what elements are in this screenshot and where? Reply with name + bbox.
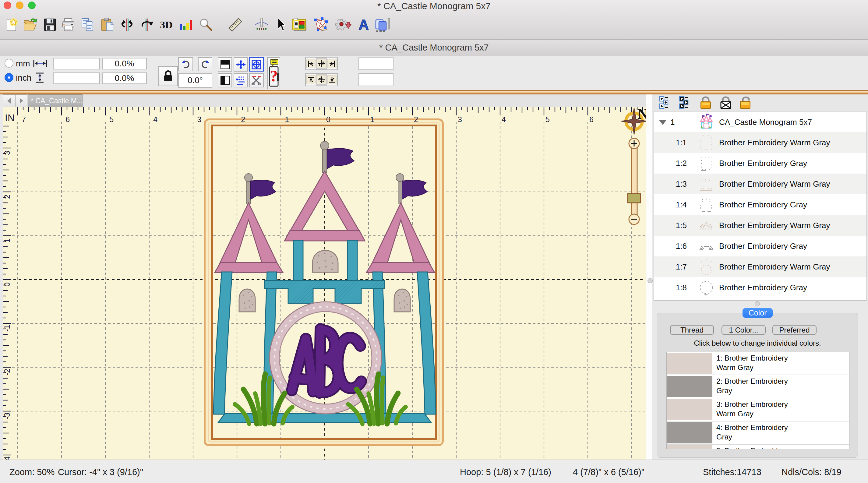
color-block-row[interactable]: 1:8 Brother Embroidery Gray (654, 277, 866, 298)
color-block-row[interactable]: 1:6 Brother Embroidery Gray (654, 236, 866, 256)
utility-gear-icon[interactable] (335, 18, 351, 32)
align-center-h-button[interactable] (316, 58, 327, 69)
measure-ruler-icon[interactable] (228, 18, 242, 32)
zoom-slider-handle[interactable] (628, 194, 641, 203)
thread-name: Brother Embroidery Gray (719, 242, 807, 251)
color-row[interactable]: 5: Brother EmbroideryWarm Gray (667, 445, 849, 449)
color-block-row[interactable]: 1:4 Brother Embroidery Gray (654, 194, 866, 215)
color-swatch (667, 353, 712, 374)
panel-splitter-handle[interactable] (648, 278, 653, 283)
color-swatch (667, 399, 712, 420)
save-icon[interactable] (43, 18, 57, 32)
active-document-tab[interactable]: * CA_Castle M... (28, 94, 83, 107)
unit-inch-radio[interactable] (5, 73, 13, 82)
width-percent-field[interactable]: 0.0% (102, 58, 147, 69)
align-right-button[interactable] (327, 58, 337, 69)
design-properties-icon[interactable] (292, 18, 308, 32)
help-button[interactable]: ? (267, 57, 280, 89)
color-row[interactable]: 1: Brother EmbroideryWarm Gray (667, 352, 849, 375)
flip-horizontal-icon[interactable] (120, 18, 134, 32)
trim-button[interactable] (249, 73, 264, 87)
svg-text:3: 3 (458, 115, 462, 124)
stitch-chart-icon[interactable] (179, 18, 193, 32)
open-icon[interactable] (23, 18, 37, 32)
group-icon[interactable] (679, 96, 692, 109)
align-top-button[interactable] (306, 74, 316, 86)
align-bottom-button[interactable] (327, 74, 337, 86)
document-title-bar: * CA_Castle Monogram 5x7 (0, 40, 868, 56)
color-row[interactable]: 2: Brother EmbroideryGray (667, 375, 849, 398)
color-tab[interactable]: Color (743, 308, 773, 318)
color-row[interactable]: 3: Brother EmbroideryWarm Gray (667, 398, 849, 421)
align-left-button[interactable] (306, 58, 316, 69)
fit-design-button[interactable] (234, 57, 248, 71)
zoom-icon[interactable] (198, 18, 213, 32)
copy-icon[interactable] (80, 18, 95, 32)
unit-mm-radio[interactable] (5, 59, 13, 68)
disclosure-triangle-icon[interactable] (659, 120, 667, 125)
select-cursor-icon[interactable] (276, 18, 285, 32)
thread-button[interactable]: Thread (670, 325, 714, 335)
design-canvas[interactable]: -7-6-5-4-3-2-101234563210-1-2-3-4IN N (3, 107, 646, 459)
rotate-right-button[interactable] (198, 57, 212, 71)
color-block-thumbnail (698, 237, 715, 255)
tab-next-button[interactable] (15, 94, 27, 107)
unlock-icon[interactable] (739, 96, 753, 109)
svg-text:-4: -4 (3, 456, 11, 459)
svg-text:1: 1 (370, 115, 374, 124)
svg-text:-6: -6 (63, 115, 70, 124)
3d-view-icon[interactable]: 3D (159, 18, 174, 32)
rotate-icon[interactable] (140, 18, 154, 32)
rotation-field[interactable]: 0.0° (178, 73, 212, 88)
position-y-field[interactable] (359, 73, 394, 86)
lettering-icon[interactable]: A (356, 18, 371, 32)
monogram-text (292, 329, 361, 393)
color-block-thumbnail (698, 196, 715, 213)
rotate-left-button[interactable] (178, 57, 193, 71)
stitch-simulator-icon[interactable] (254, 18, 269, 32)
design-name: CA_Castle Monogram 5x7 (719, 118, 812, 127)
svg-text:4: 4 (502, 115, 506, 124)
height-input[interactable] (53, 72, 100, 84)
canvas-vertical-scrollbar[interactable] (646, 94, 652, 459)
new-design-icon[interactable] (5, 18, 19, 32)
print-icon[interactable] (61, 18, 75, 32)
center-hoop-button[interactable] (249, 57, 264, 71)
color-block-thumbnail (698, 279, 715, 296)
ungroup-icon[interactable] (658, 96, 673, 109)
list-splitter-handle[interactable] (755, 301, 760, 307)
zoom-slider[interactable] (628, 138, 641, 224)
one-color-button[interactable]: 1 Color... (721, 325, 766, 335)
width-input[interactable] (53, 58, 100, 69)
color-block-row[interactable]: 1:2 Brother Embroidery Gray (654, 153, 866, 173)
design-group-row[interactable]: 1 CA_Castle Monogram (654, 112, 866, 132)
color-block-row[interactable]: 1:5 Brother Embroidery Warm Gray (654, 215, 866, 236)
zoom-slider-track[interactable] (631, 143, 637, 219)
align-center-v-button[interactable] (316, 74, 327, 86)
object-edit-icon[interactable] (313, 18, 329, 32)
color-block-row[interactable]: 1:3 Brother Embroidery Warm Gray (654, 173, 866, 194)
thread-name: Brother Embroidery Warm Gray (719, 262, 830, 272)
lock-aspect-button[interactable] (158, 66, 178, 86)
paste-icon[interactable] (100, 18, 115, 32)
color-block-row[interactable]: 1:7 Brother Embroidery Warm Gray (654, 256, 866, 277)
group-number: 1 (670, 118, 681, 127)
design-pages-icon[interactable] (375, 18, 391, 32)
show-background-button[interactable] (218, 57, 232, 71)
color-row[interactable]: 4: Brother EmbroideryGray (667, 421, 849, 445)
position-x-field[interactable] (359, 57, 394, 70)
contrast-view-button[interactable] (218, 73, 232, 87)
color-list: 1: Brother EmbroideryWarm Gray 2: Brothe… (666, 352, 849, 449)
preferred-button[interactable]: Preferred (772, 325, 816, 335)
lock-icon[interactable] (699, 96, 713, 109)
stitch-order-button[interactable] (234, 73, 248, 87)
lock-hidden-icon[interactable] (719, 96, 733, 109)
color-block-row[interactable]: 1:1 Brother Embroidery Warm Gray (654, 132, 866, 153)
height-percent-field[interactable]: 0.0% (102, 72, 147, 84)
svg-text:1: 1 (3, 238, 11, 243)
thread-name: Brother Embroidery Warm Gray (719, 180, 830, 189)
thread-name: Brother Embroidery Gray (719, 159, 807, 168)
status-zoom: Zoom: 50% (9, 467, 55, 477)
tab-prev-button[interactable] (3, 94, 15, 107)
compass-north-label: N (638, 107, 646, 122)
